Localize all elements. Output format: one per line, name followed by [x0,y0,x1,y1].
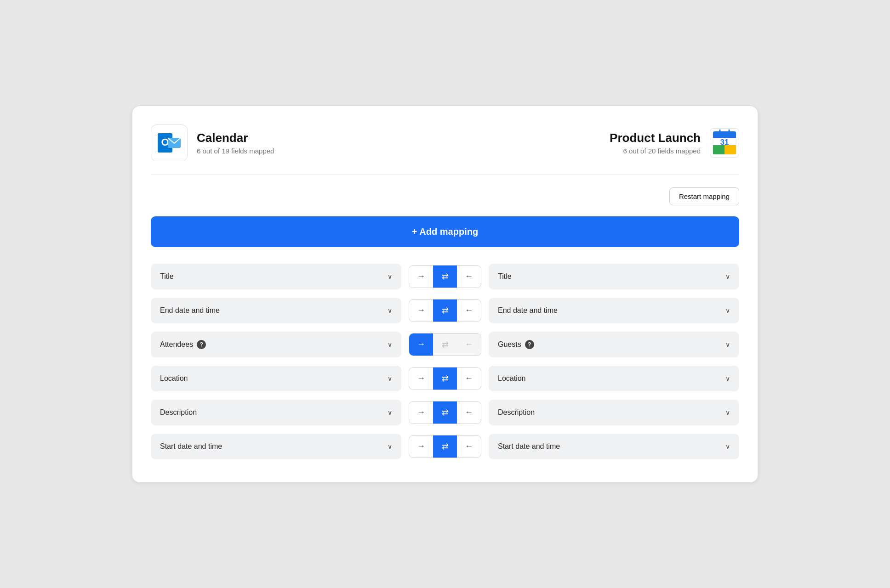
left-field-label: Attendees [160,340,193,349]
chevron-down-icon: ∨ [725,341,730,348]
chevron-down-icon: ∨ [725,375,730,382]
arrow-right-button[interactable]: ← [457,300,481,322]
arrow-left-button[interactable]: → [409,334,433,356]
help-icon[interactable]: ? [525,340,534,349]
arrow-right-button[interactable]: ← [457,334,481,356]
arrow-right-button[interactable]: ← [457,435,481,458]
chevron-down-icon: ∨ [388,273,392,280]
mapping-row: End date and time∨→⇄←End date and time∨ [151,298,739,323]
right-field-selector-0[interactable]: Title∨ [489,264,739,289]
left-field-label: Start date and time [160,442,222,451]
gcal-svg: 31 [710,129,739,157]
right-app-subtitle: 6 out of 20 fields mapped [610,147,701,155]
outlook-icon: O [151,124,188,161]
gcal-app-icon: 31 [710,128,739,158]
header: O Calendar 6 out of 19 fields mapped Pro… [151,124,739,161]
right-field-label: Description [498,408,535,417]
right-field-selector-2[interactable]: Guests?∨ [489,332,739,357]
svg-text:31: 31 [720,138,729,147]
header-left: O Calendar 6 out of 19 fields mapped [151,124,274,161]
chevron-down-icon: ∨ [725,307,730,314]
left-field-label: Location [160,374,188,383]
toolbar: Restart mapping [151,187,739,205]
right-field-label: Title [498,272,512,281]
arrow-controls: →⇄← [409,401,481,424]
restart-mapping-button[interactable]: Restart mapping [669,187,739,205]
arrow-bidirectional-button[interactable]: ⇄ [433,401,457,424]
chevron-down-icon: ∨ [388,443,392,450]
chevron-down-icon: ∨ [725,409,730,416]
arrow-controls: →⇄← [409,299,481,322]
left-field-selector-4[interactable]: Description∨ [151,400,401,425]
right-field-label: Start date and time [498,442,560,451]
left-field-label: End date and time [160,306,220,315]
arrow-left-button[interactable]: → [409,300,433,322]
arrow-bidirectional-button[interactable]: ⇄ [433,300,457,322]
left-app-subtitle: 6 out of 19 fields mapped [197,147,274,155]
arrow-bidirectional-button[interactable]: ⇄ [433,334,457,356]
main-card: O Calendar 6 out of 19 fields mapped Pro… [132,106,758,482]
chevron-down-icon: ∨ [388,409,392,416]
right-field-label: Guests [498,340,521,349]
left-field-selector-3[interactable]: Location∨ [151,366,401,391]
add-mapping-button[interactable]: + Add mapping [151,216,739,247]
svg-rect-9 [713,152,725,154]
left-app-info: Calendar 6 out of 19 fields mapped [197,131,274,155]
arrow-left-button[interactable]: → [409,401,433,424]
header-divider [151,174,739,175]
right-field-selector-5[interactable]: Start date and time∨ [489,434,739,459]
arrow-left-button[interactable]: → [409,435,433,458]
svg-rect-11 [725,152,736,154]
arrow-right-button[interactable]: ← [457,368,481,390]
arrow-bidirectional-button[interactable]: ⇄ [433,368,457,390]
left-field-label: Title [160,272,174,281]
chevron-down-icon: ∨ [388,307,392,314]
chevron-down-icon: ∨ [388,375,392,382]
outlook-svg: O [156,130,183,156]
left-field-selector-0[interactable]: Title∨ [151,264,401,289]
arrow-bidirectional-button[interactable]: ⇄ [433,266,457,288]
mapping-row: Attendees?∨→⇄←Guests?∨ [151,332,739,357]
mapping-row: Title∨→⇄←Title∨ [151,264,739,289]
right-field-label: Location [498,374,526,383]
header-right: Product Launch 6 out of 20 fields mapped [610,128,739,158]
left-field-selector-1[interactable]: End date and time∨ [151,298,401,323]
right-field-label: End date and time [498,306,558,315]
right-app-info: Product Launch 6 out of 20 fields mapped [610,131,701,155]
arrow-controls: →⇄← [409,367,481,390]
mapping-row: Location∨→⇄←Location∨ [151,366,739,391]
arrow-controls: →⇄← [409,265,481,288]
arrow-right-button[interactable]: ← [457,401,481,424]
right-app-title: Product Launch [610,131,701,145]
left-field-selector-2[interactable]: Attendees?∨ [151,332,401,357]
arrow-left-button[interactable]: → [409,368,433,390]
mapping-row: Start date and time∨→⇄←Start date and ti… [151,434,739,459]
arrow-right-button[interactable]: ← [457,266,481,288]
arrow-controls: →⇄← [409,435,481,458]
left-field-selector-5[interactable]: Start date and time∨ [151,434,401,459]
help-icon[interactable]: ? [197,340,206,349]
arrow-bidirectional-button[interactable]: ⇄ [433,435,457,458]
chevron-down-icon: ∨ [725,443,730,450]
right-field-selector-4[interactable]: Description∨ [489,400,739,425]
mappings-container: Title∨→⇄←Title∨End date and time∨→⇄←End … [151,264,739,459]
mapping-row: Description∨→⇄←Description∨ [151,400,739,425]
left-app-title: Calendar [197,131,274,145]
arrow-left-button[interactable]: → [409,266,433,288]
chevron-down-icon: ∨ [388,341,392,348]
left-field-label: Description [160,408,197,417]
right-field-selector-1[interactable]: End date and time∨ [489,298,739,323]
right-field-selector-3[interactable]: Location∨ [489,366,739,391]
chevron-down-icon: ∨ [725,273,730,280]
arrow-controls: →⇄← [409,333,481,356]
